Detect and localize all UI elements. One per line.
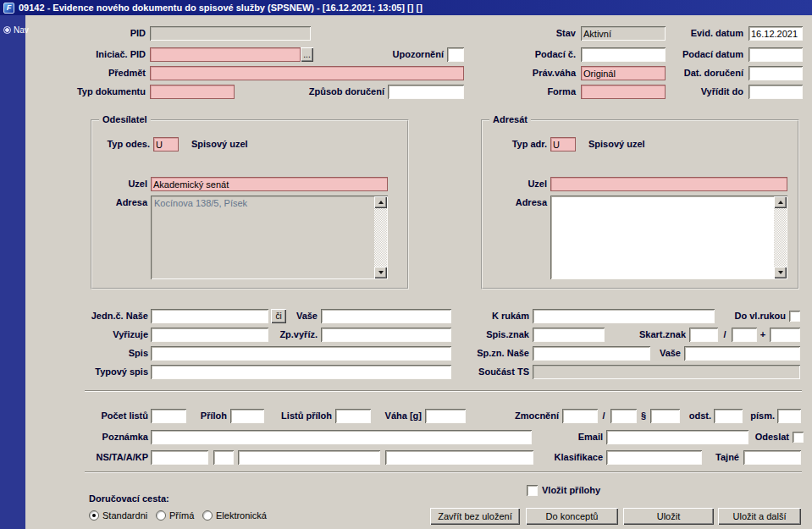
sender-uzel-input[interactable] <box>151 177 388 191</box>
email-label: Email <box>566 430 603 444</box>
drafts-button[interactable]: Do konceptů <box>526 508 618 525</box>
nav-radio[interactable]: Nav <box>3 25 29 35</box>
dat-doruceni-input[interactable] <box>748 66 803 80</box>
lov-button[interactable]: ... <box>301 47 313 62</box>
paragraf-input[interactable] <box>650 409 680 423</box>
spis-input[interactable] <box>151 346 451 361</box>
listu-priloh-label: Listů příloh <box>268 409 332 423</box>
forma-label: Forma <box>506 85 576 99</box>
jednc-nase-label: Jedn.č. Naše <box>53 309 148 323</box>
sp-zn-nase-input[interactable] <box>533 346 650 361</box>
skart-znak-input[interactable] <box>689 328 718 342</box>
recipient-adresa-scrollbar[interactable] <box>774 196 787 278</box>
vaha-label: Váha [g] <box>374 409 422 423</box>
do-vl-rukou-checkbox[interactable] <box>789 311 800 322</box>
sp-zn-vase-input[interactable] <box>684 346 800 361</box>
stav-input[interactable] <box>581 26 666 41</box>
upozorneni-input[interactable] <box>447 47 464 62</box>
radio-standardni[interactable] <box>89 510 99 521</box>
skart-plus-input[interactable] <box>770 328 800 342</box>
odeslat-checkbox[interactable] <box>793 432 804 443</box>
prav-vaha-input[interactable] <box>581 66 666 80</box>
poznamka-label: Poznámka <box>79 430 148 444</box>
sender-typ-input[interactable] <box>153 137 179 152</box>
listu-priloh-input[interactable] <box>335 409 371 423</box>
radio-prima[interactable] <box>156 510 166 521</box>
iniciac-pid-input[interactable] <box>150 47 301 62</box>
scroll-track[interactable] <box>774 208 787 267</box>
do-vl-rukou-label: Do vl.rukou <box>720 309 786 323</box>
recipient-uzel-input[interactable] <box>550 177 787 191</box>
save-next-button[interactable]: Uložit a další <box>718 508 801 525</box>
sender-adresa-textarea[interactable]: Kocínova 138/5, Písek <box>151 196 388 279</box>
typovy-spis-input[interactable] <box>151 365 451 379</box>
podaci-c-input[interactable] <box>581 47 666 62</box>
evid-datum-input[interactable] <box>748 26 803 41</box>
typ-dokumentu-input[interactable] <box>150 85 235 99</box>
jednc-nase-input[interactable] <box>151 309 268 323</box>
recipient-typ-input[interactable] <box>550 137 576 152</box>
k-rukam-input[interactable] <box>533 309 715 323</box>
window-titlebar: F 09142 - Evidence nového dokumentu do s… <box>0 0 812 15</box>
pism-input[interactable] <box>777 409 801 423</box>
priloh-input[interactable] <box>230 409 264 423</box>
podaci-c-label: Podací č. <box>506 47 576 62</box>
zmocneni-rok-input[interactable] <box>610 409 637 423</box>
zpusob-doruceni-input[interactable] <box>388 85 464 99</box>
pism-label: písm. <box>744 409 775 423</box>
scroll-down-button[interactable] <box>774 267 787 278</box>
spis-znak-input[interactable] <box>533 328 605 342</box>
divider <box>85 390 802 392</box>
pocet-listu-input[interactable] <box>151 409 186 423</box>
triangle-up-icon <box>778 201 783 204</box>
scroll-up-button[interactable] <box>374 196 387 208</box>
zpusob-doruceni-label: Způsob doručení <box>284 85 384 99</box>
klasifikace-input[interactable] <box>606 450 702 465</box>
podaci-datum-input[interactable] <box>748 47 803 62</box>
poznamka-input[interactable] <box>151 430 532 444</box>
skart-lhuta-input[interactable] <box>732 328 757 342</box>
predmet-input[interactable] <box>150 66 464 80</box>
kp-input[interactable] <box>385 450 533 465</box>
jednc-vase-input[interactable] <box>321 309 451 323</box>
email-input[interactable] <box>606 430 748 444</box>
podaci-datum-label: Podací datum <box>672 47 743 62</box>
odst-input[interactable] <box>714 409 743 423</box>
recipient-adresa-textarea[interactable] <box>550 196 787 279</box>
typ-dokumentu-label: Typ dokumentu <box>51 85 146 99</box>
ci-button[interactable]: či <box>271 309 286 323</box>
recipient-group-title: Adresát <box>489 114 531 124</box>
skart-slash-label: / <box>721 328 729 342</box>
close-button[interactable]: Zavřít bez uložení <box>430 508 520 525</box>
vyridit-do-input[interactable] <box>748 85 803 99</box>
ta-input[interactable] <box>213 450 234 465</box>
vyrizuje-input[interactable] <box>151 328 268 342</box>
vlozit-prilohy-checkbox[interactable] <box>527 485 538 496</box>
sender-group-title: Odesílatel <box>99 114 151 124</box>
zp-vyriz-input[interactable] <box>321 328 451 342</box>
radio-elektronicka-label: Elektronická <box>216 510 267 522</box>
window-title: 09142 - Evidence nového dokumentu do spi… <box>19 3 423 13</box>
radio-elektronicka[interactable] <box>202 510 213 521</box>
spis-label: Spis <box>53 346 148 361</box>
prav-vaha-label: Práv.váha <box>506 66 576 80</box>
save-button[interactable]: Uložit <box>623 508 714 525</box>
recipient-uzel-label: Uzel <box>500 177 547 191</box>
upozorneni-label: Upozornění <box>373 47 444 62</box>
ns-input[interactable] <box>151 450 208 465</box>
tajne-input[interactable] <box>743 450 801 465</box>
triangle-up-icon <box>378 201 384 204</box>
scroll-track[interactable] <box>374 208 387 267</box>
zmocneni-input[interactable] <box>562 409 598 423</box>
paragraf-label: § <box>639 409 648 423</box>
scroll-down-button[interactable] <box>374 267 387 278</box>
radio-standardni-label: Standardni <box>102 510 147 522</box>
forma-input[interactable] <box>581 85 666 99</box>
sender-adresa-scrollbar[interactable] <box>374 196 387 278</box>
a-input[interactable] <box>238 450 380 465</box>
vaha-input[interactable] <box>425 409 466 423</box>
scroll-up-button[interactable] <box>774 196 787 208</box>
soucast-ts-input[interactable] <box>533 365 800 379</box>
divider <box>85 471 802 473</box>
pid-input[interactable] <box>150 26 311 41</box>
